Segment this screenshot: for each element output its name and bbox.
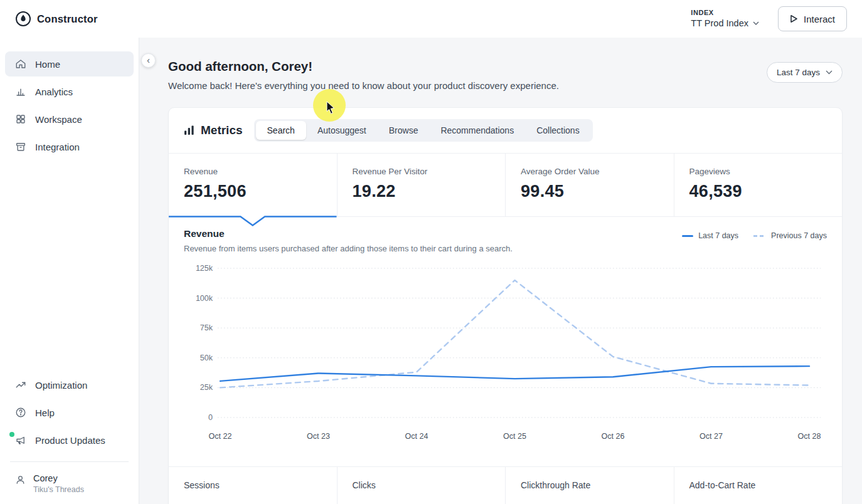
chevron-left-icon: ‹ [147,55,150,65]
metric-tile-revenue[interactable]: Revenue 251,506 [169,154,337,217]
topbar-right: INDEX TT Prod Index Interact [691,6,847,31]
metric-label: Sessions [184,480,322,490]
metric-label: Revenue [184,167,322,176]
metric-label: Revenue Per Visitor [353,167,491,176]
tab-recommendations[interactable]: Recommendations [429,121,525,140]
interact-button[interactable]: Interact [778,6,847,31]
svg-text:Oct 23: Oct 23 [307,432,330,441]
metric-value: 99.45 [521,182,659,201]
metric-value: 46,539 [689,182,827,201]
solid-line-swatch [682,235,693,237]
new-updates-dot [9,432,14,437]
user-name: Corey [33,473,84,483]
legend-item-previous-7-days: Previous 7 days [753,231,827,240]
brand-name: Constructor [37,13,98,25]
metric-value: 19.22 [353,182,491,201]
sidebar-bottom: Optimization Help Product Updates Corey … [5,372,134,495]
sidebar-collapse-button[interactable]: ‹ [141,53,156,68]
interact-label: Interact [804,14,835,24]
sidebar-item-workspace[interactable]: Workspace [5,107,134,132]
user-icon [15,475,26,488]
metric-label: Clickthrough Rate [521,480,659,490]
metric-tile-clicks[interactable]: Clicks [337,467,506,504]
constructor-logo-icon [15,11,31,27]
bar-chart-icon [15,86,26,97]
tab-autosuggest[interactable]: Autosuggest [306,121,378,140]
dashed-line-swatch [753,235,766,237]
sidebar: Home Analytics Workspace Integration Opt… [0,38,139,504]
metric-label: Pageviews [689,167,827,176]
tab-browse[interactable]: Browse [378,121,430,140]
metric-tile-revenue-per-visitor[interactable]: Revenue Per Visitor 19.22 [337,154,506,217]
svg-text:125k: 125k [196,264,213,273]
user-org: Tiku's Threads [33,485,84,494]
tab-collections[interactable]: Collections [525,121,590,140]
home-icon [15,58,26,70]
sidebar-item-product-updates[interactable]: Product Updates [5,428,134,453]
sidebar-item-home[interactable]: Home [5,51,134,76]
chevron-down-icon [753,21,759,25]
metric-tile-add-to-cart-rate[interactable]: Add-to-Cart Rate [674,467,843,504]
metric-tile-pageviews[interactable]: Pageviews 46,539 [674,154,843,217]
metric-label: Add-to-Cart Rate [689,480,827,490]
sidebar-item-analytics[interactable]: Analytics [5,79,134,104]
svg-text:Oct 24: Oct 24 [405,432,428,441]
date-range-button[interactable]: Last 7 days [767,62,843,83]
metrics-tabs: Search Autosuggest Browse Recommendation… [254,119,593,142]
secondary-metric-tiles: Sessions Clicks Clickthrough Rate Add-to… [169,466,842,504]
grid-icon [15,113,26,125]
trend-up-icon [15,379,26,391]
svg-text:Oct 27: Oct 27 [700,432,723,441]
user-menu[interactable]: Corey Tiku's Threads [5,468,134,495]
legend-item-last-7-days: Last 7 days [682,231,738,240]
metrics-card-header: Metrics Search Autosuggest Browse Recomm… [169,108,842,153]
svg-text:50k: 50k [200,354,213,362]
chart-legend: Last 7 days Previous 7 days [682,228,827,240]
sidebar-item-help[interactable]: Help [5,400,134,425]
box-icon [15,141,26,152]
sidebar-item-label: Integration [35,142,80,152]
sidebar-item-integration[interactable]: Integration [5,134,134,159]
svg-text:75k: 75k [200,323,213,332]
megaphone-icon [15,434,26,446]
sidebar-item-label: Analytics [35,87,73,97]
metric-tile-average-order-value[interactable]: Average Order Value 99.45 [505,154,674,217]
sidebar-item-label: Help [35,407,55,418]
svg-text:100k: 100k [196,294,213,303]
help-circle-icon [15,407,26,418]
sidebar-divider [10,461,129,462]
metrics-title: Metrics [184,123,243,137]
metric-tiles: Revenue 251,506 Revenue Per Visitor 19.2… [169,153,842,217]
metrics-card: Metrics Search Autosuggest Browse Recomm… [168,107,843,504]
chevron-down-icon [826,70,833,75]
topbar: Constructor INDEX TT Prod Index Interact [0,0,862,38]
main-content: Good afternoon, Corey! Welcome back! Her… [139,38,862,504]
index-selector[interactable]: INDEX TT Prod Index [691,8,759,29]
index-value: TT Prod Index [691,18,748,30]
metric-tile-clickthrough-rate[interactable]: Clickthrough Rate [505,467,674,504]
sidebar-item-label: Product Updates [35,435,105,446]
chart-head: Revenue Revenue from items users purchas… [184,228,827,253]
svg-text:Oct 28: Oct 28 [798,432,821,441]
sidebar-item-label: Home [35,59,60,70]
metric-tile-sessions[interactable]: Sessions [169,467,337,504]
svg-text:Oct 26: Oct 26 [602,432,625,441]
play-icon [790,14,798,23]
greeting: Good afternoon, Corey! [168,59,843,74]
index-label: INDEX [691,8,759,18]
revenue-chart-section: Revenue Revenue from items users purchas… [169,217,842,466]
brand[interactable]: Constructor [15,11,98,27]
page-header: Good afternoon, Corey! Welcome back! Her… [168,59,843,91]
svg-text:Oct 22: Oct 22 [209,432,232,441]
sidebar-item-optimization[interactable]: Optimization [5,372,134,397]
chart-title: Revenue [184,228,513,239]
svg-text:Oct 25: Oct 25 [503,432,526,441]
metrics-icon [184,125,194,135]
chart-subtitle: Revenue from items users purchased after… [184,244,513,253]
revenue-chart: 025k50k75k100k125kOct 22Oct 23Oct 24Oct … [184,260,828,448]
greeting-subtitle: Welcome back! Here's everything you need… [168,80,843,91]
sidebar-item-label: Workspace [35,114,82,125]
metric-label: Average Order Value [521,167,659,176]
tab-search[interactable]: Search [256,121,306,140]
svg-text:0: 0 [208,413,213,422]
